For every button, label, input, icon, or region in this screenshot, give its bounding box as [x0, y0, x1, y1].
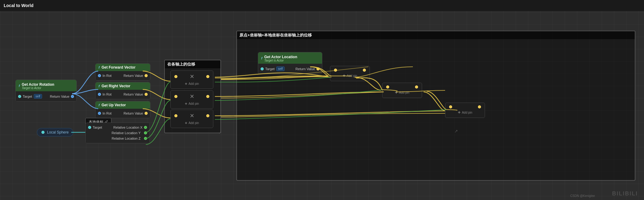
- add-pin-box-2[interactable]: ✕ + Add pin: [170, 90, 213, 109]
- up-pin-row: In Rot Return Value: [95, 111, 150, 116]
- get-actor-rotation-subtitle: Target is Actor: [22, 86, 54, 90]
- get-actor-location-subtitle: Target is Actor: [264, 59, 297, 62]
- rel-y-pin: [144, 131, 147, 134]
- add-pin-label-6[interactable]: + Add pin: [458, 110, 472, 115]
- add-pin-label-4[interactable]: + Add pin: [343, 73, 357, 78]
- return-label-fwd: Return Value: [124, 74, 143, 77]
- rel-y-row: Relative Location Y: [86, 130, 149, 136]
- comp-target-pin: [88, 126, 91, 129]
- sphere-label: Local Sphere: [47, 130, 69, 134]
- forward-pin-row: In Rot Return Value: [95, 73, 150, 78]
- watermark: BILIBILI: [612, 191, 638, 197]
- rel-z-label: Relative Location Z: [112, 137, 141, 140]
- comp-target-row: Target Relative Location X: [86, 125, 149, 130]
- func-icon-right: f: [99, 84, 100, 88]
- multiply-icon-1: ✕: [190, 73, 194, 80]
- get-actor-rotation-title: Get Actor Rotation: [22, 82, 54, 87]
- resize-arrow-2: ↗: [454, 129, 458, 134]
- in-rot-pin-up: [98, 112, 101, 115]
- main-comment-label: 原点+坐标轴+本地坐标在坐标轴上的位移: [239, 33, 312, 37]
- get-right-vector-node[interactable]: f Get Right Vector In Rot Return Value: [95, 82, 150, 99]
- actor-loc-target-value[interactable]: self: [276, 66, 285, 71]
- add-pin-box-1[interactable]: ✕ + Add pin: [170, 70, 213, 89]
- add-pin-label-5[interactable]: + Add pin: [395, 90, 409, 95]
- add-pin-plus-1: +: [185, 81, 187, 86]
- in-rot-label-up: In Rot: [103, 111, 111, 115]
- resize-arrow-1: ↗: [219, 130, 222, 135]
- add-pin-box-5[interactable]: + Add pin: [382, 83, 422, 98]
- get-actor-location-body: Target self Return Value: [258, 64, 322, 74]
- rel-x-label: Relative Location X: [113, 126, 142, 129]
- add-pin-4-right-pin: [363, 69, 366, 72]
- add-pin-text-4: Add pin: [347, 74, 357, 77]
- multiply-icon-2: ✕: [190, 93, 194, 100]
- add-pin-label-1[interactable]: + Add pin: [185, 81, 199, 86]
- return-pin-right: [145, 93, 148, 96]
- get-actor-rotation-node[interactable]: f Get Actor Rotation Target is Actor Tar…: [15, 80, 77, 102]
- add-pin-5-right-pin: [415, 85, 418, 89]
- add-pin-plus-2: +: [185, 101, 187, 106]
- add-pin-6-left-pin: [449, 105, 452, 108]
- in-rot-pin-right: [98, 93, 101, 96]
- add-pin-box-6[interactable]: + Add pin: [445, 103, 485, 118]
- rel-z-pin: [144, 137, 147, 140]
- get-up-vector-node[interactable]: f Get Up Vector In Rot Return Value: [95, 101, 150, 118]
- add-pin-text-1: Add pin: [188, 82, 199, 85]
- get-component-location-node[interactable]: Target Relative Location X Relative Loca…: [85, 123, 150, 143]
- add-pin-text-6: Add pin: [462, 111, 472, 114]
- add-pin-box-3[interactable]: ✕ + Add pin: [170, 110, 213, 128]
- return-pin-up: [145, 112, 148, 115]
- return-label-right: Return Value: [124, 92, 143, 96]
- get-actor-location-node[interactable]: f Get Actor Location Target is Actor Tar…: [258, 52, 322, 74]
- rel-z-row: Relative Location Z: [86, 136, 149, 141]
- add-pin-2-right-pin: [206, 95, 209, 98]
- get-forward-vector-node[interactable]: f Get Forward Vector In Rot Return Value: [95, 63, 150, 81]
- add-pin-2-left-pin: [174, 95, 177, 98]
- target-pin: [18, 95, 21, 98]
- actor-loc-return-label: Return Value: [296, 67, 315, 71]
- get-actor-rotation-header: f Get Actor Rotation Target is Actor: [16, 80, 76, 91]
- title-text: Local to World: [4, 3, 33, 8]
- get-forward-vector-title: Get Forward Vector: [102, 65, 136, 70]
- add-pin-box-4[interactable]: + Add pin: [330, 66, 370, 81]
- add-pin-label-2[interactable]: + Add pin: [185, 101, 199, 106]
- get-actor-rotation-body: Target self Return Value: [16, 91, 76, 101]
- add-pin-1-right-pin: [206, 75, 209, 78]
- in-rot-label-right: In Rot: [103, 92, 111, 96]
- func-icon: f: [19, 84, 20, 88]
- add-pin-1-left-pin: [174, 75, 177, 78]
- return-value-pin: [71, 95, 74, 98]
- add-pin-3-left-pin: [174, 114, 177, 117]
- get-forward-vector-header: f Get Forward Vector: [95, 64, 150, 71]
- func-icon-fwd: f: [99, 66, 100, 69]
- get-right-vector-title: Get Right Vector: [102, 84, 130, 88]
- target-self-value[interactable]: self: [34, 94, 42, 99]
- right-pin-row: In Rot Return Value: [95, 92, 150, 97]
- add-pin-plus-3: +: [185, 120, 187, 125]
- get-up-vector-title: Get Up Vector: [102, 103, 126, 107]
- target-pin-row: Target self Return Value: [16, 93, 76, 100]
- add-pin-text-3: Add pin: [188, 121, 199, 125]
- add-pin-3-right-pin: [206, 114, 209, 117]
- add-pin-text-5: Add pin: [399, 91, 409, 94]
- multiply-icon-3: ✕: [190, 112, 194, 119]
- add-pin-plus-icon-5: +: [395, 90, 398, 95]
- in-rot-pin: [98, 74, 101, 77]
- each-axis-label: 在各轴上的位移: [167, 62, 195, 66]
- get-right-vector-body: In Rot Return Value: [95, 90, 150, 99]
- rel-x-pin: [144, 126, 147, 129]
- component-location-body: Target Relative Location X Relative Loca…: [86, 123, 149, 143]
- add-pin-label-3[interactable]: + Add pin: [185, 120, 199, 125]
- get-actor-location-title: Get Actor Location: [264, 55, 297, 59]
- title-bar: Local to World: [0, 0, 644, 11]
- add-pin-text-2: Add pin: [188, 102, 199, 105]
- add-pin-plus-icon-6: +: [458, 110, 460, 115]
- add-pin-4-left-pin: [334, 69, 337, 72]
- credit-text: CSDN @Keniglee: [570, 194, 595, 198]
- add-pin-plus-icon-4: +: [343, 73, 345, 78]
- comp-target-label: Target: [93, 126, 102, 129]
- local-sphere-node[interactable]: Local Sphere: [37, 128, 73, 137]
- return-pin-fwd: [145, 74, 148, 77]
- target-label: Target: [23, 95, 32, 98]
- return-label-up: Return Value: [124, 111, 143, 115]
